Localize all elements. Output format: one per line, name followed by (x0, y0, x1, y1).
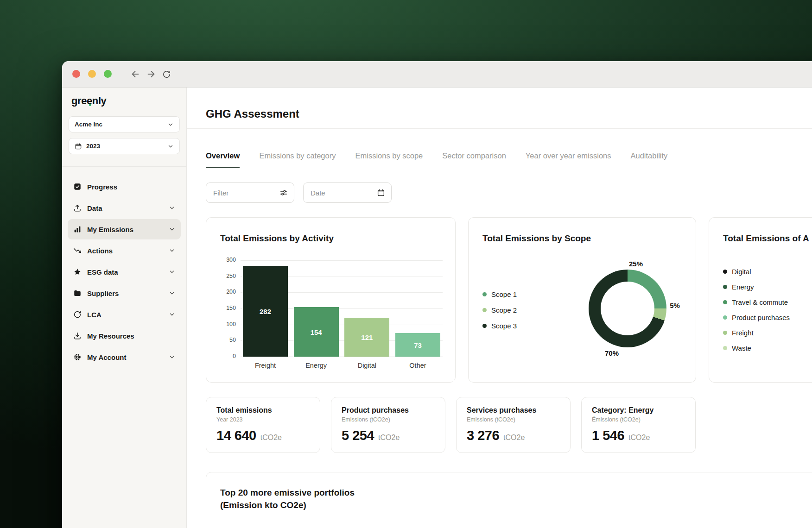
back-button[interactable] (130, 69, 140, 79)
tab-auditability[interactable]: Auditability (631, 151, 668, 168)
chevron-down-icon (167, 143, 174, 150)
star-icon (73, 268, 82, 276)
calendar-icon (75, 143, 82, 150)
upload-icon (73, 204, 82, 212)
chevron-down-icon (169, 226, 175, 233)
sidebar-item-suppliers[interactable]: Suppliers (68, 283, 181, 303)
sidebar: greenly Acme inc 2023 ProgressDataMy Emi… (62, 88, 187, 528)
scope-legend: Scope 1Scope 2Scope 3 (482, 286, 517, 333)
kpi-value: 3 276tCO2e (467, 428, 560, 443)
close-button[interactable] (72, 70, 80, 78)
chevron-down-icon (169, 311, 175, 318)
y-axis-tick: 0 (217, 353, 236, 359)
legend-dot-icon (482, 308, 487, 312)
date-field[interactable] (303, 182, 392, 203)
bar-value-label: 121 (361, 333, 373, 341)
y-axis-tick: 250 (217, 273, 236, 279)
kpi-subtitle: Year 2023 (216, 416, 310, 423)
sidebar-item-label: LCA (87, 311, 102, 319)
bar-energy: 154 (294, 307, 339, 357)
filter-input[interactable] (212, 189, 276, 197)
kpi-card-services-purchases: Services purchasesEmissions (tCO2e)3 276… (456, 397, 571, 453)
sidebar-item-label: Suppliers (87, 289, 119, 297)
bottom-card-title-line2: (Emission kto CO2e) (220, 499, 812, 511)
year-selector[interactable]: 2023 (69, 138, 180, 154)
sidebar-item-actions[interactable]: Actions (68, 240, 181, 261)
page-title: GHG Assessment (206, 107, 299, 120)
calendar-icon (377, 189, 385, 197)
bottom-card-title-line1: Top 20 more emissive portfolios (220, 486, 812, 499)
category-legend: DigitalEnergyTravel & commuteProduct pur… (723, 264, 790, 356)
organization-selector[interactable]: Acme inc (69, 116, 180, 132)
legend-item-energy: Energy (723, 279, 790, 295)
legend-label: Travel & commute (732, 298, 788, 306)
legend-label: Scope 3 (491, 322, 517, 330)
donut-label-scope3: 70% (605, 349, 619, 357)
card-total-emissions-by-scope: Total Emissions by Scope Scope 1Scope 2S… (468, 217, 696, 383)
zoom-button[interactable] (104, 70, 112, 78)
kpi-row: Total emissionsYear 202314 640tCO2eProdu… (206, 397, 696, 453)
bar-digital: 121 (344, 318, 389, 357)
legend-label: Scope 1 (491, 290, 517, 298)
sidebar-item-progress[interactable]: Progress (68, 176, 181, 197)
tab-sector-comparison[interactable]: Sector comparison (442, 151, 506, 168)
scope-donut-chart (589, 270, 666, 347)
kpi-card-total-emissions: Total emissionsYear 202314 640tCO2e (206, 397, 320, 453)
sidebar-item-label: Actions (87, 247, 113, 255)
check-square-icon (73, 182, 82, 191)
gridline (241, 357, 443, 357)
legend-dot-icon (723, 315, 727, 320)
sidebar-item-lca[interactable]: LCA (68, 304, 181, 325)
legend-dot-icon (723, 331, 727, 335)
bar-value-label: 282 (260, 308, 271, 315)
legend-dot-icon (723, 285, 727, 289)
main-content: GHG Assessment OverviewEmissions by cate… (187, 88, 812, 528)
kpi-unit: tCO2e (260, 434, 282, 442)
x-axis-label: Energy (294, 362, 339, 369)
legend-item-scope-2: Scope 2 (482, 302, 517, 318)
legend-dot-icon (723, 270, 727, 274)
filter-field[interactable] (206, 182, 294, 203)
sliders-icon (279, 189, 288, 197)
minimize-button[interactable] (88, 70, 96, 78)
greenly-logo: greenly (71, 95, 106, 107)
legend-dot-icon (723, 346, 727, 350)
date-input[interactable] (310, 189, 373, 197)
legend-label: Product purchases (732, 314, 790, 321)
tab-year-over-year-emissions[interactable]: Year over year emissions (526, 151, 611, 168)
chevron-down-icon (169, 269, 175, 275)
chevron-down-icon (167, 121, 174, 128)
legend-item-digital: Digital (723, 264, 790, 279)
donut-label-scope1: 25% (629, 260, 643, 268)
tab-emissions-by-scope[interactable]: Emissions by scope (355, 151, 423, 168)
kpi-value: 5 254tCO2e (342, 428, 435, 443)
legend-item-scope-1: Scope 1 (482, 286, 517, 302)
sidebar-item-esg-data[interactable]: ESG data (68, 262, 181, 282)
sidebar-item-my-emissions[interactable]: My Emissions (68, 219, 181, 239)
tab-overview[interactable]: Overview (206, 151, 240, 168)
sidebar-item-data[interactable]: Data (68, 198, 181, 218)
year-selector-value: 2023 (86, 143, 100, 150)
kpi-value: 14 640tCO2e (216, 428, 310, 443)
legend-item-travel-commute: Travel & commute (723, 295, 790, 310)
sidebar-item-my-account[interactable]: My Account (68, 347, 181, 367)
kpi-subtitle: Emissions (tCO2e) (342, 416, 435, 423)
kpi-card-product-purchases: Product purchasesEmissions (tCO2e)5 254t… (331, 397, 445, 453)
gear-icon (73, 353, 82, 361)
browser-window: greenly Acme inc 2023 ProgressDataMy Emi… (62, 61, 812, 528)
chevron-down-icon (169, 205, 175, 211)
cycle-icon (73, 310, 82, 319)
kpi-subtitle: Emissions (tCO2e) (467, 416, 560, 423)
bars: 28215412173 (241, 260, 443, 357)
header-divider (187, 128, 812, 129)
donut-label-scope2: 5% (670, 302, 680, 309)
tab-emissions-by-category[interactable]: Emissions by category (259, 151, 336, 168)
kpi-unit: tCO2e (628, 434, 650, 442)
sidebar-item-my-resources[interactable]: My Resources (68, 326, 181, 346)
refresh-button[interactable] (162, 69, 172, 79)
legend-label: Waste (732, 344, 751, 352)
legend-dot-icon (723, 300, 727, 304)
kpi-subtitle: Émissions (tCO2e) (592, 416, 685, 423)
forward-button[interactable] (146, 69, 156, 79)
bar-value-label: 73 (414, 341, 422, 349)
